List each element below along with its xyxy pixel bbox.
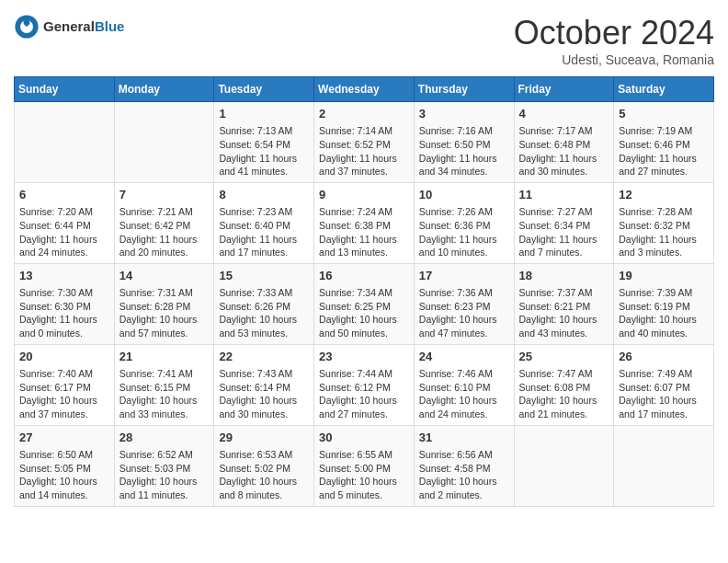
day-number: 31: [419, 430, 509, 446]
day-info: Sunrise: 7:30 AM Sunset: 6:30 PM Dayligh…: [19, 286, 109, 340]
day-number: 11: [519, 187, 609, 203]
calendar-cell: 1Sunrise: 7:13 AM Sunset: 6:54 PM Daylig…: [214, 102, 314, 183]
day-info: Sunrise: 7:27 AM Sunset: 6:34 PM Dayligh…: [519, 205, 609, 259]
calendar-cell: [514, 425, 614, 506]
weekday-header-monday: Monday: [114, 77, 214, 102]
day-info: Sunrise: 7:31 AM Sunset: 6:28 PM Dayligh…: [119, 286, 210, 340]
day-number: 20: [19, 349, 109, 365]
day-number: 12: [619, 187, 709, 203]
calendar-cell: 27Sunrise: 6:50 AM Sunset: 5:05 PM Dayli…: [15, 425, 115, 506]
day-number: 4: [519, 106, 609, 122]
calendar-cell: 19Sunrise: 7:39 AM Sunset: 6:19 PM Dayli…: [614, 263, 714, 344]
day-info: Sunrise: 6:50 AM Sunset: 5:05 PM Dayligh…: [19, 448, 109, 502]
day-info: Sunrise: 7:41 AM Sunset: 6:15 PM Dayligh…: [119, 367, 210, 421]
day-info: Sunrise: 7:34 AM Sunset: 6:25 PM Dayligh…: [319, 286, 409, 340]
day-info: Sunrise: 7:20 AM Sunset: 6:44 PM Dayligh…: [19, 205, 109, 259]
calendar-cell: 6Sunrise: 7:20 AM Sunset: 6:44 PM Daylig…: [15, 182, 115, 263]
calendar-cell: 7Sunrise: 7:21 AM Sunset: 6:42 PM Daylig…: [114, 182, 214, 263]
day-info: Sunrise: 6:53 AM Sunset: 5:02 PM Dayligh…: [219, 448, 309, 502]
day-number: 3: [419, 106, 509, 122]
logo: GeneralBlue: [14, 14, 124, 40]
day-info: Sunrise: 7:17 AM Sunset: 6:48 PM Dayligh…: [519, 124, 609, 178]
day-number: 7: [119, 187, 210, 203]
calendar-cell: 29Sunrise: 6:53 AM Sunset: 5:02 PM Dayli…: [214, 425, 314, 506]
day-number: 17: [419, 268, 509, 284]
day-info: Sunrise: 6:52 AM Sunset: 5:03 PM Dayligh…: [119, 448, 210, 502]
calendar-cell: 14Sunrise: 7:31 AM Sunset: 6:28 PM Dayli…: [114, 263, 214, 344]
weekday-header-tuesday: Tuesday: [214, 77, 314, 102]
day-number: 23: [319, 349, 409, 365]
logo-text: GeneralBlue: [43, 18, 124, 35]
day-info: Sunrise: 7:47 AM Sunset: 6:08 PM Dayligh…: [519, 367, 609, 421]
day-info: Sunrise: 7:33 AM Sunset: 6:26 PM Dayligh…: [219, 286, 309, 340]
day-info: Sunrise: 7:26 AM Sunset: 6:36 PM Dayligh…: [419, 205, 509, 259]
day-info: Sunrise: 7:43 AM Sunset: 6:14 PM Dayligh…: [219, 367, 309, 421]
day-number: 10: [419, 187, 509, 203]
title-block: October 2024 Udesti, Suceava, Romania: [514, 14, 714, 67]
day-number: 15: [219, 268, 309, 284]
day-number: 24: [419, 349, 509, 365]
day-number: 9: [319, 187, 409, 203]
day-number: 8: [219, 187, 309, 203]
day-info: Sunrise: 7:23 AM Sunset: 6:40 PM Dayligh…: [219, 205, 309, 259]
calendar-cell: 23Sunrise: 7:44 AM Sunset: 6:12 PM Dayli…: [314, 344, 415, 425]
calendar-cell: 15Sunrise: 7:33 AM Sunset: 6:26 PM Dayli…: [214, 263, 314, 344]
calendar-week-5: 27Sunrise: 6:50 AM Sunset: 5:05 PM Dayli…: [15, 425, 714, 506]
day-number: 29: [219, 430, 309, 446]
weekday-header-friday: Friday: [514, 77, 614, 102]
day-number: 22: [219, 349, 309, 365]
calendar-cell: 21Sunrise: 7:41 AM Sunset: 6:15 PM Dayli…: [114, 344, 214, 425]
day-number: 30: [319, 430, 409, 446]
day-info: Sunrise: 7:36 AM Sunset: 6:23 PM Dayligh…: [419, 286, 509, 340]
page-header: GeneralBlue October 2024 Udesti, Suceava…: [14, 14, 714, 67]
day-info: Sunrise: 7:16 AM Sunset: 6:50 PM Dayligh…: [419, 124, 509, 178]
calendar-cell: 12Sunrise: 7:28 AM Sunset: 6:32 PM Dayli…: [614, 182, 714, 263]
day-number: 13: [19, 268, 109, 284]
calendar-cell: [15, 102, 115, 183]
calendar-week-4: 20Sunrise: 7:40 AM Sunset: 6:17 PM Dayli…: [15, 344, 714, 425]
day-info: Sunrise: 7:40 AM Sunset: 6:17 PM Dayligh…: [19, 367, 109, 421]
day-info: Sunrise: 7:37 AM Sunset: 6:21 PM Dayligh…: [519, 286, 609, 340]
day-number: 25: [519, 349, 609, 365]
day-number: 28: [119, 430, 210, 446]
day-info: Sunrise: 6:55 AM Sunset: 5:00 PM Dayligh…: [319, 448, 409, 502]
day-number: 1: [219, 106, 309, 122]
calendar-cell: 11Sunrise: 7:27 AM Sunset: 6:34 PM Dayli…: [514, 182, 614, 263]
day-info: Sunrise: 7:21 AM Sunset: 6:42 PM Dayligh…: [119, 205, 210, 259]
day-info: Sunrise: 6:56 AM Sunset: 4:58 PM Dayligh…: [419, 448, 509, 502]
location: Udesti, Suceava, Romania: [514, 52, 714, 67]
weekday-header-thursday: Thursday: [414, 77, 514, 102]
day-info: Sunrise: 7:49 AM Sunset: 6:07 PM Dayligh…: [619, 367, 709, 421]
calendar-cell: 26Sunrise: 7:49 AM Sunset: 6:07 PM Dayli…: [614, 344, 714, 425]
calendar-cell: 28Sunrise: 6:52 AM Sunset: 5:03 PM Dayli…: [114, 425, 214, 506]
calendar-cell: 13Sunrise: 7:30 AM Sunset: 6:30 PM Dayli…: [15, 263, 115, 344]
day-number: 16: [319, 268, 409, 284]
calendar-cell: 5Sunrise: 7:19 AM Sunset: 6:46 PM Daylig…: [614, 102, 714, 183]
calendar-cell: 24Sunrise: 7:46 AM Sunset: 6:10 PM Dayli…: [414, 344, 514, 425]
day-info: Sunrise: 7:24 AM Sunset: 6:38 PM Dayligh…: [319, 205, 409, 259]
calendar-cell: 18Sunrise: 7:37 AM Sunset: 6:21 PM Dayli…: [514, 263, 614, 344]
calendar-cell: 31Sunrise: 6:56 AM Sunset: 4:58 PM Dayli…: [414, 425, 514, 506]
calendar-cell: 16Sunrise: 7:34 AM Sunset: 6:25 PM Dayli…: [314, 263, 415, 344]
month-title: October 2024: [514, 14, 714, 52]
calendar-cell: [614, 425, 714, 506]
calendar-table: SundayMondayTuesdayWednesdayThursdayFrid…: [14, 76, 714, 507]
day-info: Sunrise: 7:14 AM Sunset: 6:52 PM Dayligh…: [319, 124, 409, 178]
calendar-cell: 10Sunrise: 7:26 AM Sunset: 6:36 PM Dayli…: [414, 182, 514, 263]
day-number: 14: [119, 268, 210, 284]
day-info: Sunrise: 7:28 AM Sunset: 6:32 PM Dayligh…: [619, 205, 709, 259]
calendar-cell: [114, 102, 214, 183]
day-info: Sunrise: 7:46 AM Sunset: 6:10 PM Dayligh…: [419, 367, 509, 421]
calendar-week-1: 1Sunrise: 7:13 AM Sunset: 6:54 PM Daylig…: [15, 102, 714, 183]
day-number: 18: [519, 268, 609, 284]
day-info: Sunrise: 7:44 AM Sunset: 6:12 PM Dayligh…: [319, 367, 409, 421]
calendar-cell: 3Sunrise: 7:16 AM Sunset: 6:50 PM Daylig…: [414, 102, 514, 183]
day-number: 5: [619, 106, 709, 122]
calendar-cell: 20Sunrise: 7:40 AM Sunset: 6:17 PM Dayli…: [15, 344, 115, 425]
calendar-cell: 25Sunrise: 7:47 AM Sunset: 6:08 PM Dayli…: [514, 344, 614, 425]
day-number: 6: [19, 187, 109, 203]
day-number: 19: [619, 268, 709, 284]
calendar-cell: 22Sunrise: 7:43 AM Sunset: 6:14 PM Dayli…: [214, 344, 314, 425]
day-number: 26: [619, 349, 709, 365]
day-number: 2: [319, 106, 409, 122]
